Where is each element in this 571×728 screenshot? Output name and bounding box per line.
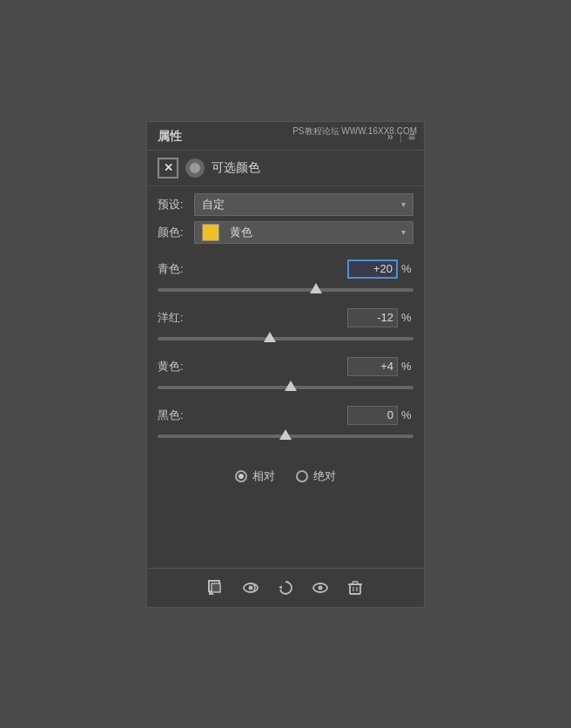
- svg-marker-5: [279, 585, 283, 590]
- reset-icon: [277, 579, 294, 597]
- eye-button[interactable]: [308, 576, 333, 600]
- preset-row: 预设: 自定 ▾: [158, 193, 413, 216]
- color-row: 颜色: 黄色 ▾: [158, 221, 413, 244]
- reset-button[interactable]: [273, 576, 298, 600]
- svg-rect-10: [353, 582, 358, 584]
- radio-relative[interactable]: 相对: [235, 468, 275, 484]
- slider-unit-black: %: [401, 408, 413, 421]
- color-label: 颜色:: [158, 225, 194, 240]
- slider-label-cyan: 青色:: [158, 261, 184, 277]
- preset-arrow: ▾: [401, 199, 406, 209]
- radio-absolute[interactable]: 绝对: [296, 468, 336, 484]
- circle-icon[interactable]: [185, 158, 205, 178]
- header-icons: » ≡: [387, 130, 415, 144]
- color-dropdown[interactable]: 黄色 ▾: [194, 221, 413, 244]
- svg-point-4: [249, 585, 253, 590]
- eye-icon: [312, 579, 329, 597]
- svg-rect-1: [212, 583, 220, 592]
- delete-button[interactable]: [343, 576, 367, 600]
- panel-title: 属性: [158, 129, 182, 145]
- slider-track-cyan[interactable]: [158, 288, 413, 292]
- slider-thumb-black[interactable]: [279, 429, 292, 440]
- form-section: 预设: 自定 ▾ 颜色: 黄色 ▾: [147, 186, 424, 256]
- toolbar-label: 可选颜色: [212, 160, 260, 176]
- slider-input-yellow[interactable]: [347, 357, 398, 376]
- svg-rect-8: [350, 584, 360, 594]
- clip-button[interactable]: [204, 576, 228, 600]
- eye-slash-icon: [242, 579, 259, 597]
- preset-value: 自定: [202, 197, 225, 212]
- color-swatch: [202, 224, 219, 241]
- slider-thumb-magenta[interactable]: [264, 332, 276, 342]
- slider-thumb-cyan[interactable]: [310, 283, 322, 293]
- slider-input-cyan[interactable]: [347, 260, 398, 279]
- slider-row-yellow: 黄色: %: [158, 357, 413, 395]
- slider-thumb-yellow[interactable]: [285, 381, 297, 391]
- slider-track-yellow[interactable]: [158, 386, 413, 389]
- bottom-toolbar: [147, 568, 424, 607]
- slider-label-black: 黑色:: [158, 408, 184, 423]
- radio-label-absolute: 绝对: [313, 468, 336, 484]
- slider-section: 青色: % 洋红: %: [147, 256, 424, 458]
- preset-dropdown[interactable]: 自定 ▾: [194, 193, 413, 216]
- slider-input-magenta[interactable]: [347, 308, 398, 327]
- preset-label: 预设:: [158, 197, 194, 212]
- clip-icon: [207, 579, 225, 597]
- icon-x-button[interactable]: ✕: [158, 158, 178, 179]
- color-arrow: ▾: [401, 227, 406, 237]
- slider-track-magenta[interactable]: [158, 337, 413, 340]
- panel-header: 属性 » ≡: [147, 122, 424, 151]
- menu-icon[interactable]: ≡: [408, 130, 415, 144]
- radio-circle-absolute: [296, 470, 308, 482]
- slider-row-cyan: 青色: %: [158, 260, 413, 298]
- radio-circle-relative: [235, 470, 247, 482]
- slider-row-black: 黑色: %: [158, 406, 413, 444]
- radio-row: 相对 绝对: [147, 458, 424, 498]
- properties-panel: PS教程论坛 WWW.16XX8.COM 属性 » ≡ ✕ 可选颜色 预设: 自…: [146, 121, 425, 608]
- radio-label-relative: 相对: [252, 468, 275, 484]
- trash-icon: [346, 579, 364, 597]
- middle-spacer: [147, 498, 424, 568]
- slider-input-black[interactable]: [347, 406, 398, 425]
- slider-unit-yellow: %: [401, 360, 413, 373]
- slider-label-yellow: 黄色:: [158, 359, 184, 374]
- slider-unit-magenta: %: [401, 311, 413, 324]
- header-divider: [400, 131, 401, 143]
- slider-unit-cyan: %: [401, 262, 413, 275]
- slider-track-black[interactable]: [158, 435, 413, 438]
- svg-point-7: [319, 585, 323, 590]
- slider-row-magenta: 洋红: %: [158, 308, 413, 347]
- forward-icon[interactable]: »: [387, 130, 393, 143]
- color-value: 黄色: [230, 225, 252, 240]
- toolbar-row: ✕ 可选颜色: [147, 151, 424, 186]
- slider-label-magenta: 洋红:: [158, 310, 184, 326]
- visibility-button[interactable]: [238, 576, 263, 600]
